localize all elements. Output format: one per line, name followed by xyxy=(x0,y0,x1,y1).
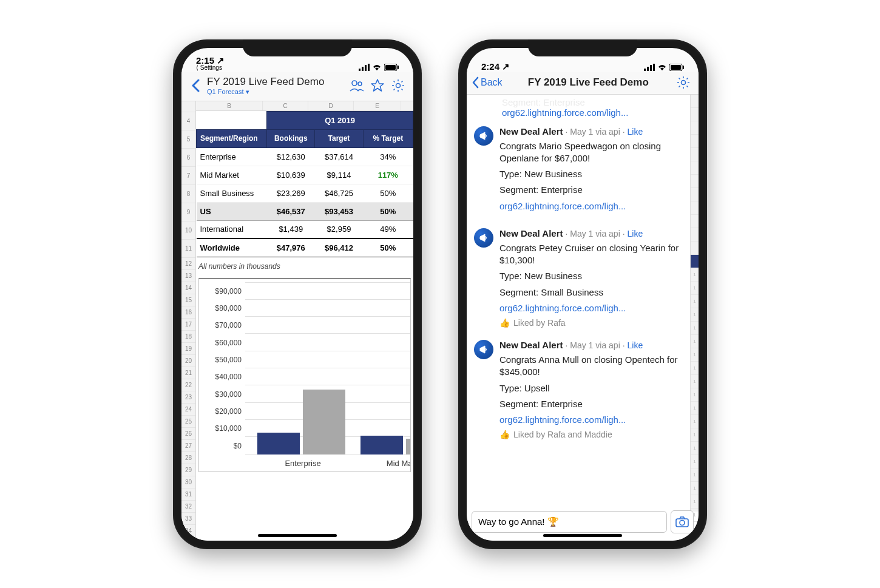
post-line: Type: Upsell xyxy=(499,382,689,394)
gear-icon xyxy=(391,79,405,92)
cell-target: $2,959 xyxy=(315,220,363,238)
post-sender: New Deal Alert xyxy=(499,228,563,238)
comment-bar: Way to go Anna! 🏆 xyxy=(472,510,694,533)
cell-target: $96,412 xyxy=(315,238,363,257)
cell-pct: 49% xyxy=(363,220,413,238)
row-number: 28 xyxy=(181,452,195,464)
chart-bar[interactable] xyxy=(257,433,300,455)
spreadsheet[interactable]: 4567891011121314151617181920212223242526… xyxy=(181,101,413,541)
like-button[interactable]: Like xyxy=(628,340,643,350)
like-button[interactable]: Like xyxy=(628,229,643,238)
cell-bookings: $1,439 xyxy=(267,220,315,238)
y-tick-label: $90,000 xyxy=(199,287,242,296)
row-number: 27 xyxy=(181,440,195,452)
feed[interactable]: 1111111111111111111 Segment: Enterprise … xyxy=(467,95,699,541)
svg-rect-15 xyxy=(671,65,681,70)
table-row[interactable]: Enterprise$12,630$37,61434% xyxy=(197,147,413,166)
gear-icon xyxy=(677,76,690,89)
chart[interactable]: $0$10,000$20,000$30,000$40,000$50,000$60… xyxy=(198,278,411,472)
link[interactable]: org62.lightning.force.com/ligh... xyxy=(499,200,689,212)
row-number: 4 xyxy=(181,112,195,130)
chevron-left-icon xyxy=(472,76,479,89)
post-line: Segment: Enterprise xyxy=(499,184,689,196)
feed-post[interactable]: New Deal Alert · May 1 via api · LikeCon… xyxy=(467,331,699,443)
status-icons xyxy=(644,64,684,71)
column-headers: B C D E xyxy=(196,101,413,111)
row-number: 8 xyxy=(181,185,195,203)
camera-button[interactable] xyxy=(671,510,694,533)
link[interactable]: org62.lightning.force.com/ligh... xyxy=(502,107,689,118)
comment-input[interactable]: Way to go Anna! 🏆 xyxy=(472,511,667,533)
home-indicator xyxy=(258,534,337,537)
people-icon xyxy=(350,79,364,92)
post-line: Type: New Business xyxy=(499,168,689,180)
signal-icon xyxy=(644,64,655,71)
table-row[interactable]: Mid Market$10,639$9,114117% xyxy=(197,166,413,184)
table-row[interactable]: Worldwide$47,976$96,41250% xyxy=(197,238,413,257)
back-button[interactable] xyxy=(186,79,205,92)
svg-rect-11 xyxy=(647,67,649,71)
phone-left: 2:15 ↗ ⟨ Settings FY 2019 Live Feed Demo… xyxy=(173,39,422,549)
page-title: FY 2019 Live Feed Demo xyxy=(505,76,672,89)
sheet-selector[interactable]: Q1 Forecast ▾ xyxy=(207,88,345,96)
status-breadcrumb[interactable]: ⟨ Settings xyxy=(196,65,359,71)
cell-target: $46,725 xyxy=(315,184,363,202)
settings-button[interactable] xyxy=(389,79,407,92)
table-row[interactable]: Small Business$23,269$46,72550% xyxy=(197,184,413,202)
table-row[interactable]: International$1,439$2,95949% xyxy=(197,220,413,238)
svg-rect-10 xyxy=(644,69,646,71)
y-tick-label: $50,000 xyxy=(199,356,242,364)
notch xyxy=(243,39,352,56)
wifi-icon xyxy=(372,64,382,71)
y-tick-label: $40,000 xyxy=(199,373,242,381)
share-people-button[interactable] xyxy=(348,79,366,92)
svg-rect-6 xyxy=(398,66,399,69)
chart-bar[interactable] xyxy=(360,436,403,454)
y-tick-label: $20,000 xyxy=(199,407,242,416)
row-number: 30 xyxy=(181,476,195,488)
star-button[interactable] xyxy=(368,79,387,92)
row-number: 23 xyxy=(181,391,195,404)
svg-rect-16 xyxy=(683,66,684,69)
cell-pct: 50% xyxy=(363,238,413,257)
row-number: 25 xyxy=(181,416,195,428)
footnote: All numbers in thousands xyxy=(196,257,413,275)
feed-post[interactable]: New Deal Alert · May 1 via api · LikeCon… xyxy=(467,118,699,220)
home-indicator xyxy=(543,534,622,537)
row-number: 20 xyxy=(181,355,195,367)
nav-header: FY 2019 Live Feed Demo Q1 Forecast ▾ xyxy=(181,72,413,101)
like-button[interactable]: Like xyxy=(628,127,643,137)
screen-right: 2:24 ↗ Back FY 2019 Live Feed Demo 11111… xyxy=(467,48,699,541)
post-line: Segment: Small Business xyxy=(499,286,689,299)
liked-by: 👍Liked by Rafa xyxy=(499,318,689,328)
th-pct: % Target xyxy=(363,129,413,147)
megaphone-icon xyxy=(474,340,493,359)
table-row[interactable]: US$46,537$93,45350% xyxy=(197,202,413,220)
chart-bar[interactable] xyxy=(406,439,411,455)
y-tick-label: $70,000 xyxy=(199,321,242,329)
link[interactable]: org62.lightning.force.com/ligh... xyxy=(499,414,689,426)
post-meta: · May 1 via api · xyxy=(565,229,624,238)
signal-icon xyxy=(359,64,370,71)
row-number: 24 xyxy=(181,404,195,416)
th-bookings: Bookings xyxy=(267,129,315,147)
back-button[interactable]: Back xyxy=(472,76,503,89)
row-number: 14 xyxy=(181,282,195,294)
x-tick-label: Mid Market xyxy=(360,459,411,468)
link[interactable]: org62.lightning.force.com/ligh... xyxy=(499,302,689,314)
row-number: 9 xyxy=(181,203,195,221)
status-time: 2:24 ↗ xyxy=(481,62,644,71)
settings-button[interactable] xyxy=(674,76,692,89)
chart-bar[interactable] xyxy=(303,390,345,454)
battery-icon xyxy=(384,64,399,71)
data-table[interactable]: Q1 2019 Segment/Region Bookings Target %… xyxy=(196,111,413,257)
status-icons xyxy=(359,64,399,71)
post-meta: · May 1 via api · xyxy=(565,127,624,137)
thumbs-up-icon: 👍 xyxy=(499,430,510,439)
megaphone-icon xyxy=(474,228,493,248)
feed-post[interactable]: New Deal Alert · May 1 via api · LikeCon… xyxy=(467,220,699,331)
previous-post-snippet: Segment: Enterprise org62.lightning.forc… xyxy=(467,97,699,118)
y-tick-label: $80,000 xyxy=(199,304,242,313)
cell-label: Small Business xyxy=(197,184,267,202)
row-number: 33 xyxy=(181,513,195,525)
